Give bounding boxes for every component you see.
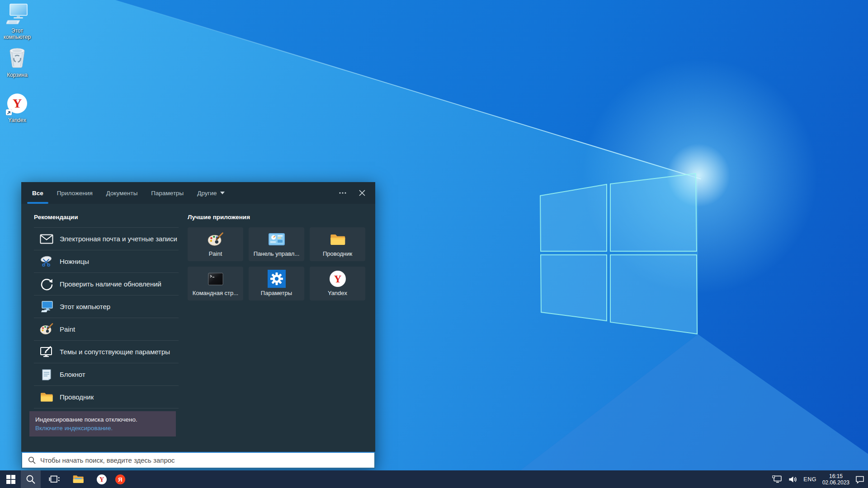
clock-time: 16:15	[829, 473, 843, 479]
yandex-app-button[interactable]: Я	[111, 470, 130, 488]
svg-text:Y: Y	[334, 273, 341, 285]
search-input[interactable]	[40, 456, 374, 464]
desktop-icon-label: Корзина	[0, 72, 37, 78]
tile-control-panel[interactable]: Панель управл...	[249, 227, 304, 261]
tab-all[interactable]: Все	[32, 190, 43, 197]
chevron-down-icon	[220, 192, 225, 194]
tab-settings[interactable]: Параметры	[151, 190, 184, 197]
search-icon	[28, 456, 36, 464]
recycle-bin-icon	[7, 47, 27, 69]
top-apps-section: Лучшие приложения Paint	[188, 214, 365, 452]
list-item-paint[interactable]: Paint	[34, 318, 179, 341]
update-icon	[40, 277, 53, 291]
folder-icon	[40, 390, 53, 404]
language-indicator[interactable]: ENG	[803, 476, 816, 483]
windows-logo	[538, 173, 700, 337]
list-item-snipping-tool[interactable]: Ножницы	[34, 250, 179, 273]
recommendations-section: Рекомендации Электронная почта и учетные…	[34, 214, 179, 452]
tab-apps[interactable]: Приложения	[57, 190, 93, 197]
tile-yandex[interactable]: Y Yandex	[310, 267, 365, 300]
list-item-notepad[interactable]: Блокнот	[34, 363, 179, 386]
system-tray: ENG 16:15 02.06.2023	[772, 470, 864, 488]
list-item-this-pc[interactable]: Этот компьютер	[34, 296, 179, 318]
yandex-icon: Y	[329, 270, 346, 288]
desktop-icon-label: Yandex	[0, 117, 37, 123]
list-item-explorer[interactable]: Проводник	[34, 386, 179, 408]
paint-icon	[208, 230, 224, 249]
desktop-icon-recycle-bin[interactable]: Корзина	[0, 47, 37, 78]
enable-indexing-link[interactable]: Включите индексирование.	[35, 424, 170, 432]
themes-icon	[40, 345, 53, 359]
svg-text:Y: Y	[13, 96, 22, 110]
volume-icon[interactable]	[788, 476, 797, 483]
cmd-icon	[207, 270, 224, 288]
start-button[interactable]	[2, 470, 20, 488]
tab-more[interactable]: Другие	[197, 190, 224, 197]
tile-explorer[interactable]: Проводник	[310, 227, 365, 261]
svg-text:Y: Y	[99, 476, 104, 483]
shortcut-arrow-icon	[6, 109, 12, 115]
tile-cmd[interactable]: Командная стр...	[188, 267, 243, 300]
indexing-notice: Индексирование поиска отключено. Включит…	[29, 411, 176, 436]
file-explorer-button[interactable]	[68, 470, 88, 488]
task-view-icon	[49, 475, 60, 483]
windows-start-icon	[6, 475, 15, 484]
active-tab-underline	[27, 202, 48, 204]
tile-settings[interactable]: Параметры	[249, 267, 304, 300]
settings-gear-icon	[268, 270, 286, 288]
desktop-icon-yandex[interactable]: Y Yandex	[0, 93, 37, 123]
search-box[interactable]	[21, 452, 375, 469]
see-more-icon[interactable]	[339, 192, 346, 194]
taskbar: Y Я ENG 16:15 02.06.2023	[0, 470, 868, 488]
clock-date: 02.06.2023	[822, 479, 849, 486]
list-item-mail[interactable]: Электронная почта и учетные записи	[34, 228, 179, 250]
notice-text: Индексирование поиска отключено.	[35, 415, 170, 424]
search-tabs: Все Приложения Документы Параметры Други…	[21, 182, 375, 204]
list-item-themes[interactable]: Темы и сопутствующие параметры	[34, 341, 179, 363]
explorer-folder-icon	[72, 474, 84, 484]
control-panel-icon	[268, 230, 286, 249]
this-pc-icon	[40, 300, 53, 314]
desktop-icon-label: Этот компьютер	[0, 28, 37, 40]
top-apps-title: Лучшие приложения	[188, 214, 365, 222]
close-icon[interactable]	[359, 190, 365, 196]
desktop: Этот компьютер Корзина Y Yandex	[0, 0, 868, 488]
mail-icon	[40, 232, 53, 246]
desktop-icon-this-pc[interactable]: Этот компьютер	[0, 4, 37, 40]
notepad-icon	[40, 368, 53, 381]
tab-documents[interactable]: Документы	[106, 190, 138, 197]
action-center-icon[interactable]	[855, 475, 864, 483]
list-item-check-updates[interactable]: Проверить наличие обновлений	[34, 273, 179, 296]
yandex-browser-button[interactable]: Y	[92, 470, 112, 488]
network-icon[interactable]	[772, 475, 783, 483]
windows-search-panel: Все Приложения Документы Параметры Други…	[21, 182, 375, 469]
yandex-browser-icon: Y	[96, 474, 107, 485]
taskbar-search-button[interactable]	[21, 470, 41, 488]
svg-text:Я: Я	[118, 476, 122, 483]
tile-paint[interactable]: Paint	[188, 227, 243, 261]
recommendations-title: Рекомендации	[34, 214, 179, 222]
search-icon	[26, 474, 36, 484]
task-view-button[interactable]	[44, 470, 64, 488]
paint-icon	[40, 323, 53, 336]
snipping-tool-icon	[40, 255, 53, 268]
folder-icon	[330, 230, 346, 249]
this-pc-icon	[6, 4, 28, 24]
clock[interactable]: 16:15 02.06.2023	[822, 473, 849, 486]
yandex-app-icon: Я	[115, 474, 126, 485]
